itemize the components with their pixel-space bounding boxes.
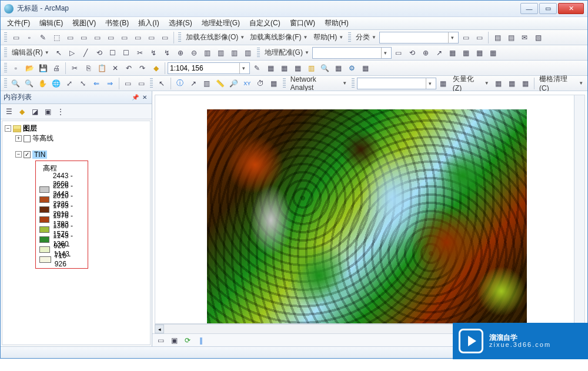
georef-tool-icon[interactable]: ⊕	[419, 46, 432, 59]
undo-icon[interactable]: ↶	[122, 62, 135, 75]
close-button[interactable]: ✕	[558, 3, 584, 14]
toolbar-grip[interactable]	[178, 32, 181, 43]
print-icon[interactable]: 🖨	[50, 62, 63, 75]
tb-help-menu[interactable]: 帮助(H)▼	[311, 31, 346, 44]
edit-tool-icon[interactable]: ☐	[106, 46, 119, 59]
redo-icon[interactable]: ↷	[136, 62, 149, 75]
fixed-zoom-in-icon[interactable]: ⤢	[63, 77, 76, 90]
tool-icon[interactable]: ▭	[459, 31, 472, 44]
network-analyst-menu[interactable]: Network Analyst▼	[288, 77, 349, 90]
tool-icon[interactable]: ▭	[158, 31, 171, 44]
georef-tool-icon[interactable]: ▦	[487, 46, 500, 59]
select-elements-icon[interactable]: ▭	[122, 77, 135, 90]
xy-icon[interactable]: XY	[240, 77, 253, 90]
toc-pin-icon[interactable]: 📌	[131, 93, 139, 102]
network-combo[interactable]: ▾	[357, 78, 436, 89]
data-view-icon[interactable]: ▭	[155, 335, 166, 346]
minimize-button[interactable]: —	[520, 3, 538, 14]
select-features-icon[interactable]: ▭	[9, 31, 22, 44]
menu-view[interactable]: 视图(V)	[68, 17, 100, 29]
tool-icon[interactable]: ▭	[145, 31, 158, 44]
load-online-imagery-menu[interactable]: 加载在线影像(O)▼	[183, 31, 247, 44]
menu-bookmarks[interactable]: 书签(B)	[101, 17, 133, 29]
edit-tool-icon[interactable]: ↯	[161, 46, 173, 59]
tool-icon[interactable]: ▦	[437, 77, 450, 90]
add-data-icon[interactable]: ◆	[149, 62, 162, 75]
toc-selection-icon[interactable]: ▣	[42, 106, 54, 118]
scroll-left-icon[interactable]: ◂	[155, 325, 164, 333]
menu-customize[interactable]: 自定义(C)	[245, 17, 285, 29]
menu-file[interactable]: 文件(F)	[3, 17, 34, 29]
edit-tool-icon[interactable]: ⊖	[188, 46, 201, 59]
fixed-zoom-out-icon[interactable]: ⤡	[76, 77, 89, 90]
menu-edit[interactable]: 编辑(E)	[35, 17, 67, 29]
clear-selection-icon[interactable]: ▫	[23, 31, 36, 44]
menu-window[interactable]: 窗口(W)	[286, 17, 319, 29]
edit-tool-icon[interactable]: ▥	[242, 46, 255, 59]
map-canvas[interactable]	[155, 95, 585, 324]
editor-menu[interactable]: 编辑器(R)▼	[9, 46, 52, 59]
tool-icon[interactable]: ▦	[492, 77, 505, 90]
next-extent-icon[interactable]: ⇒	[103, 77, 116, 90]
tool-icon[interactable]: ▦	[505, 77, 518, 90]
tool-icon[interactable]: ⏱	[254, 77, 267, 90]
raster-cleanup-menu[interactable]: 栅格清理(C)▼	[537, 77, 586, 90]
georeferencing-menu[interactable]: 地理配准(G)▼	[262, 46, 312, 59]
edit-tool-icon[interactable]: ╱	[79, 46, 92, 59]
tree-root[interactable]: − 图层	[4, 123, 149, 133]
toolbar-grip[interactable]	[4, 78, 7, 89]
georef-tool-icon[interactable]: ▦	[446, 46, 459, 59]
tool-icon[interactable]: ▭	[77, 31, 90, 44]
paste-icon[interactable]: 📋	[95, 62, 108, 75]
tool-icon[interactable]: ✎	[250, 62, 263, 75]
toolbar-grip[interactable]	[283, 78, 286, 89]
pointer-icon[interactable]: ↖	[155, 77, 168, 90]
toolbar-grip[interactable]	[4, 63, 7, 73]
toolbar-grip[interactable]	[348, 32, 351, 43]
vectorize-menu[interactable]: 矢量化(Z)▼	[450, 77, 492, 90]
refresh-icon[interactable]: ⟳	[182, 335, 193, 346]
tool-icon[interactable]: ▦	[264, 62, 277, 75]
search-icon[interactable]: 🔍	[318, 62, 331, 75]
georef-tool-icon[interactable]: ↗	[433, 46, 446, 59]
new-doc-icon[interactable]: ▫	[9, 62, 22, 75]
edit-tool-icon[interactable]: ⟲	[93, 46, 106, 59]
tool-icon[interactable]: ▥	[201, 77, 213, 90]
identify-icon[interactable]: ⓘ	[173, 77, 186, 90]
toc-visibility-icon[interactable]: ◪	[29, 106, 41, 118]
toc-source-icon[interactable]: ◆	[16, 106, 28, 118]
map-scrollbar-y[interactable]	[574, 95, 584, 323]
georef-tool-icon[interactable]: ⟲	[406, 46, 419, 59]
edit-tool-icon[interactable]: ▥	[215, 46, 228, 59]
zoom-in-icon[interactable]: 🔍	[9, 77, 22, 90]
python-icon[interactable]: ⚙	[345, 62, 358, 75]
menu-help[interactable]: 帮助(H)	[320, 17, 353, 29]
tool-icon[interactable]: ▭	[118, 31, 131, 44]
toolbar-grip[interactable]	[257, 48, 260, 58]
georef-tool-icon[interactable]: ▭	[392, 46, 405, 59]
tool-icon[interactable]: ▭	[135, 77, 148, 90]
edit-tool-icon[interactable]: ▷	[66, 46, 79, 59]
classify-menu[interactable]: 分类▼	[353, 31, 379, 44]
cut-icon[interactable]: ✂	[68, 62, 81, 75]
layer-checkbox[interactable]: ✓	[24, 151, 31, 158]
save-icon[interactable]: 💾	[36, 62, 49, 75]
georef-layer-combo[interactable]: ▾	[312, 47, 392, 59]
zoom-out-icon[interactable]: 🔍	[23, 77, 36, 90]
collapse-icon[interactable]: −	[5, 125, 11, 132]
measure-icon[interactable]: 📏	[214, 77, 227, 90]
toc-options-icon[interactable]: ⋮	[55, 106, 66, 118]
toc-close-icon[interactable]: ✕	[141, 93, 149, 102]
tool-icon[interactable]: ↗	[187, 77, 200, 90]
menu-insert[interactable]: 插入(I)	[134, 17, 163, 29]
toolbar-grip[interactable]	[4, 32, 7, 43]
georef-tool-icon[interactable]: ▦	[460, 46, 473, 59]
edit-tool-icon[interactable]: ☐	[120, 46, 133, 59]
tool-icon[interactable]: ▦	[278, 62, 290, 75]
edit-tool-icon[interactable]: ↯	[147, 46, 160, 59]
tool-icon[interactable]: ✎	[36, 31, 49, 44]
edit-tool-icon[interactable]: ⊕	[174, 46, 187, 59]
open-icon[interactable]: 📂	[23, 62, 36, 75]
menu-select[interactable]: 选择(S)	[165, 17, 196, 29]
tool-icon[interactable]: ▦	[519, 77, 532, 90]
